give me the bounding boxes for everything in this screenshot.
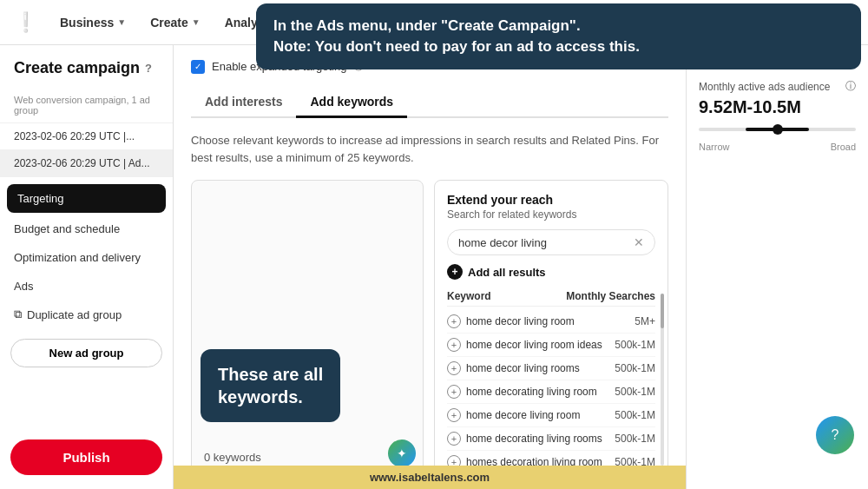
callout-tooltip: In the Ads menu, under "Create Campaign"… (256, 3, 861, 69)
expanded-targeting-checkbox[interactable]: ✓ (191, 60, 205, 74)
keyword-text: home decor living room (466, 315, 575, 327)
extend-reach-title: Extend your reach (447, 193, 655, 207)
pinterest-logo[interactable]: ❕ (14, 11, 37, 34)
keyword-table-header: Keyword Monthly Searches (447, 287, 655, 307)
add-all-plus-icon: + (447, 264, 463, 280)
keyword-list-item[interactable]: + home decor living rooms 500k-1M (447, 357, 655, 380)
menu-budget[interactable]: Budget and schedule (0, 215, 173, 243)
keywords-description: Choose relevant keywords to increase ad … (191, 132, 668, 166)
clear-search-icon[interactable]: ✕ (634, 235, 644, 249)
tab-add-keywords[interactable]: Add keywords (296, 88, 407, 118)
keyword-add-icon[interactable]: + (447, 385, 461, 399)
content-area: These are allkeywords. 0 keywords ✦ Exte… (191, 180, 668, 475)
keyword-text: home decorating living rooms (466, 433, 602, 445)
duplicate-icon: ⧉ (14, 307, 22, 321)
keywords-count: 0 keywords (204, 451, 261, 464)
targeting-tabs: Add interests Add keywords (191, 88, 668, 118)
add-all-results-row[interactable]: + Add all results (447, 264, 655, 280)
extend-reach-panel: Extend your reach Search for related key… (434, 180, 668, 475)
new-ad-group-button[interactable]: New ad group (10, 339, 162, 367)
keyword-text: home decorating living room (466, 386, 597, 398)
audience-monthly-label: Monthly active ads audience (699, 81, 830, 93)
menu-optimization[interactable]: Optimization and delivery (0, 243, 173, 272)
main-content: Switch to quick ad creation ✓ Enable exp… (174, 45, 686, 489)
audience-slider-handle[interactable] (773, 124, 783, 135)
keyword-text: home decor living rooms (466, 362, 580, 374)
keyword-text: home decor living room ideas (466, 339, 602, 351)
keyword-search-box: ✕ (447, 229, 655, 255)
tab-add-interests[interactable]: Add interests (191, 88, 296, 118)
keyword-list-item[interactable]: + home decor living room 5M+ (447, 310, 655, 334)
campaign-item-web[interactable]: Web conversion campaign, 1 ad group (0, 88, 173, 123)
campaign-item-date1[interactable]: 2023-02-06 20:29 UTC |... (0, 123, 173, 150)
nav-business[interactable]: Business ▼ (51, 10, 135, 35)
sidebar-title: Create campaign ? (0, 59, 173, 88)
help-icon[interactable]: ? (145, 62, 152, 75)
keyword-text: home decore living room (466, 409, 580, 421)
scrollbar[interactable] (661, 294, 664, 466)
keyword-list-item[interactable]: + home decorating living room 500k-1M (447, 380, 655, 404)
slider-labels: Narrow Broad (699, 142, 856, 152)
menu-ads[interactable]: Ads (0, 272, 173, 301)
keywords-callout: These are allkeywords. (201, 349, 340, 422)
audience-slider[interactable] (699, 128, 856, 131)
quick-help-button[interactable]: ? (816, 416, 854, 454)
chevron-down-icon: ▼ (117, 17, 126, 27)
ai-assistant-icon[interactable]: ✦ (388, 439, 416, 467)
keyword-add-icon[interactable]: + (447, 314, 461, 328)
menu-targeting[interactable]: Targeting (7, 184, 166, 213)
nav-create[interactable]: Create ▼ (141, 10, 209, 35)
bottom-bar: www.isabeltalens.com (174, 466, 686, 489)
keyword-list-item[interactable]: + home decorating living rooms 500k-1M (447, 427, 655, 451)
keyword-add-icon[interactable]: + (447, 408, 461, 422)
keyword-search-input[interactable] (458, 236, 628, 249)
keyword-add-icon[interactable]: + (447, 361, 461, 375)
campaign-item-date2[interactable]: 2023-02-06 20:29 UTC | Ad... (0, 150, 173, 177)
keyword-searches: 500k-1M (615, 433, 655, 445)
keyword-searches: 500k-1M (615, 339, 655, 351)
keyword-searches: 5M+ (635, 315, 655, 327)
duplicate-ad-group[interactable]: ⧉ Duplicate ad group (0, 301, 173, 328)
keyword-add-icon[interactable]: + (447, 432, 461, 446)
left-sidebar: Create campaign ? Web conversion campaig… (0, 45, 174, 489)
extend-reach-subtitle: Search for related keywords (447, 208, 655, 221)
audience-info-icon[interactable]: ⓘ (845, 79, 856, 94)
keyword-searches: 500k-1M (615, 409, 655, 421)
right-sidebar: Potential audience size Monthly active a… (686, 45, 868, 489)
chevron-down-icon: ▼ (192, 17, 201, 27)
publish-button[interactable]: Publish (10, 439, 162, 475)
keyword-searches: 500k-1M (615, 386, 655, 398)
keyword-list: + home decor living room 5M+ + home deco… (447, 310, 655, 489)
keyword-list-item[interactable]: + home decor living room ideas 500k-1M (447, 334, 655, 357)
keyword-add-icon[interactable]: + (447, 338, 461, 352)
audience-value: 9.52M-10.5M (699, 97, 856, 117)
scrollbar-thumb[interactable] (661, 294, 664, 328)
keyword-input-panel: These are allkeywords. 0 keywords ✦ (191, 180, 424, 475)
keyword-list-item[interactable]: + home decore living room 500k-1M (447, 404, 655, 427)
audience-monthly-row: Monthly active ads audience ⓘ (699, 79, 856, 94)
keyword-searches: 500k-1M (615, 362, 655, 374)
